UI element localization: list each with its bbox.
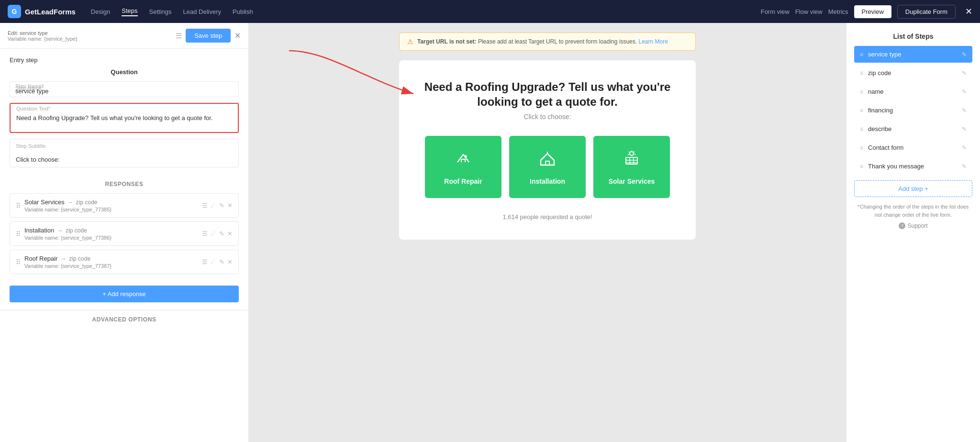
duplicate-form-button[interactable]: Duplicate Form [897, 5, 956, 19]
choice-roof-repair[interactable]: Roof Repair [425, 136, 501, 198]
question-text-group: Question Text* Need a Roofing Upgrade? T… [10, 103, 239, 133]
question-text-input[interactable] [16, 112, 232, 127]
add-step-button[interactable]: Add step + [854, 180, 972, 197]
copy-icon[interactable]: ☰ [176, 32, 182, 40]
step-subtitle-container: Step Subtitle Click to choose: [10, 139, 239, 167]
step-name-group: Step Name* Step Name* service type [10, 81, 239, 97]
step-drag-zip-code: ≡ [860, 70, 863, 77]
save-step-button[interactable]: Save step [186, 29, 231, 43]
solar-label: Solar Services [609, 177, 655, 185]
responses-title: RESPONSES [10, 181, 239, 188]
support-icon: ? [899, 222, 905, 229]
form-view-btn[interactable]: Form view [761, 8, 790, 15]
warning-learn-more[interactable]: Learn More [638, 38, 668, 45]
step-edit-contact-form[interactable]: ✎ [962, 144, 967, 151]
drag-handle-installation[interactable]: ⠿ [16, 230, 21, 238]
nav-settings[interactable]: Settings [149, 8, 172, 15]
step-edit-describe[interactable]: ✎ [962, 126, 967, 133]
metrics-btn[interactable]: Metrics [828, 8, 848, 15]
support-link[interactable]: ? Support [854, 222, 972, 229]
response-name-roof-repair: Roof Repair → zip code [24, 255, 198, 262]
nav-lead-delivery[interactable]: Lead Delivery [183, 8, 222, 15]
advanced-options-title: ADVANCED OPTIONS [0, 310, 248, 329]
response-var-installation: Variable name: {service_type_77386} [24, 235, 198, 241]
step-label-financing: financing [868, 107, 957, 114]
solar-icon [622, 149, 641, 172]
step-name-field-label: Step Name* [15, 83, 44, 89]
logo-area: G GetLeadForms [8, 5, 76, 18]
response-edit-btn-solar[interactable]: ✎ [219, 202, 224, 209]
installation-icon [538, 149, 557, 172]
question-text-label: Question Text* [16, 106, 232, 111]
response-item-installation: ⠿ Installation → zip code Variable name:… [10, 221, 239, 246]
logo-icon: G [8, 5, 21, 18]
choice-solar[interactable]: Solar Services [593, 136, 670, 198]
response-text-btn-solar[interactable]: ☰ [202, 202, 208, 209]
step-describe[interactable]: ≡ describe ✎ [854, 121, 972, 137]
social-proof-text: 1,614 people requested a quote! [414, 213, 680, 221]
drag-handle-roof-repair[interactable]: ⠿ [16, 258, 21, 266]
close-panel-button[interactable]: ✕ [234, 31, 241, 40]
response-name-solar: Solar Services → zip code [24, 199, 198, 206]
response-text-btn-installation[interactable]: ☰ [202, 230, 208, 237]
step-drag-contact-form: ≡ [860, 144, 863, 151]
svg-line-17 [629, 152, 629, 152]
response-delete-btn-solar[interactable]: ✕ [227, 202, 233, 209]
choice-buttons-group: Roof Repair Installation [414, 136, 680, 198]
step-edit-thank-you[interactable]: ✎ [962, 163, 967, 170]
header-info: Edit: service type Variable name: {servi… [8, 30, 172, 42]
step-label-zip-code: zip code [868, 69, 957, 77]
preview-with-arrow: Need a Roofing Upgrade? Tell us what you… [399, 60, 696, 240]
variable-name: Variable name: {service_type} [8, 36, 172, 42]
left-panel: Edit: service type Variable name: {servi… [0, 23, 249, 442]
roof-repair-label: Roof Repair [444, 177, 482, 185]
installation-label: Installation [530, 177, 565, 185]
response-item-roof-repair: ⠿ Roof Repair → zip code Variable name: … [10, 250, 239, 274]
header-icons: ☰ Save step ✕ [176, 29, 241, 43]
preview-button[interactable]: Preview [854, 5, 891, 18]
response-delete-btn-installation[interactable]: ✕ [227, 230, 233, 237]
response-edit-btn-installation[interactable]: ✎ [219, 230, 224, 237]
response-text-btn-roof-repair[interactable]: ☰ [202, 258, 208, 265]
step-name[interactable]: ≡ name ✎ [854, 83, 972, 100]
flow-view-btn[interactable]: Flow view [795, 8, 823, 15]
step-label-thank-you: Thank you message [868, 163, 957, 170]
main-layout: Edit: service type Variable name: {servi… [0, 23, 980, 442]
step-edit-zip-code[interactable]: ✎ [962, 70, 967, 77]
step-edit-service-type[interactable]: ✎ [962, 51, 967, 58]
step-financing[interactable]: ≡ financing ✎ [854, 102, 972, 119]
response-var-roof-repair: Variable name: {service_type_77387} [24, 263, 198, 269]
form-preview-card: Need a Roofing Upgrade? Tell us what you… [399, 60, 696, 240]
response-next-installation: zip code [66, 227, 87, 234]
warning-detail: Please add at least Target URL to preven… [478, 38, 637, 45]
step-edit-financing[interactable]: ✎ [962, 107, 967, 114]
edit-label: Edit: service type [8, 30, 172, 36]
step-zip-code[interactable]: ≡ zip code ✎ [854, 65, 972, 81]
svg-point-13 [630, 152, 634, 155]
step-subtitle-input[interactable] [16, 149, 233, 156]
response-delete-btn-roof-repair[interactable]: ✕ [227, 258, 233, 265]
add-response-button[interactable]: + Add response [10, 286, 239, 302]
step-drag-describe: ≡ [860, 126, 863, 133]
step-contact-form[interactable]: ≡ Contact form ✎ [854, 139, 972, 156]
nav-publish[interactable]: Publish [233, 8, 253, 15]
drag-handle-solar[interactable]: ⠿ [16, 202, 21, 210]
step-edit-name[interactable]: ✎ [962, 88, 967, 95]
support-label[interactable]: Support [907, 222, 927, 229]
response-next-solar: zip code [76, 199, 98, 206]
response-image-btn-solar[interactable]: ☄ [211, 202, 216, 209]
step-drag-name: ≡ [860, 88, 863, 95]
step-thank-you[interactable]: ≡ Thank you message ✎ [854, 158, 972, 175]
svg-line-15 [634, 152, 635, 152]
close-nav-button[interactable]: ✕ [965, 6, 972, 17]
response-image-btn-roof-repair[interactable]: ☄ [211, 258, 216, 265]
response-edit-btn-roof-repair[interactable]: ✎ [219, 258, 224, 265]
right-panel: List of Steps ≡ service type ✎ ≡ zip cod… [846, 23, 980, 442]
response-image-btn-installation[interactable]: ☄ [211, 230, 216, 237]
step-drag-service-type: ≡ [860, 51, 863, 58]
step-service-type[interactable]: ≡ service type ✎ [854, 46, 972, 63]
choice-installation[interactable]: Installation [509, 136, 586, 198]
nav-steps[interactable]: Steps [122, 7, 137, 16]
nav-design[interactable]: Design [91, 8, 110, 15]
warning-banner: ⚠ Target URL is not set: Please add at l… [399, 33, 696, 51]
